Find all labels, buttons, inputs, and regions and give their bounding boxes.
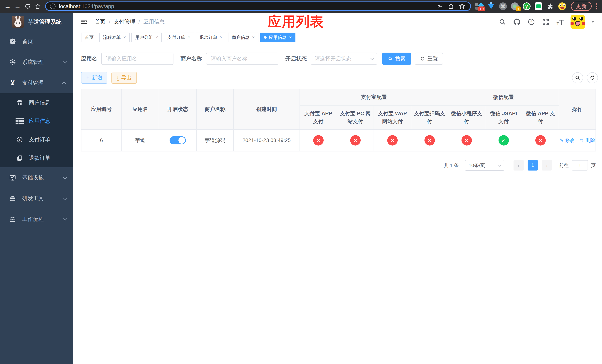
profile-emoji-icon[interactable]	[558, 2, 567, 11]
jump-page-input[interactable]	[572, 160, 588, 171]
sidebar-item-refund-orders[interactable]: 退款订单	[0, 149, 73, 167]
reload-icon	[24, 3, 31, 10]
page-annotation: 应用列表	[268, 13, 324, 31]
fullscreen-icon[interactable]	[542, 18, 550, 26]
tag-app-info[interactable]: 应用信息×	[260, 32, 295, 42]
extension-gem-icon[interactable]	[487, 2, 495, 11]
sidebar-item-home[interactable]: 首页	[0, 31, 73, 52]
site-info-icon[interactable]: i	[50, 3, 55, 9]
status-alipay-wap: ×	[387, 135, 398, 146]
sidebar-item-label: 应用信息	[29, 117, 50, 125]
toggle-search-button[interactable]	[572, 72, 583, 83]
plus-icon: +	[86, 75, 90, 81]
download-icon: ↓	[117, 75, 119, 81]
add-button[interactable]: + 新增	[81, 72, 107, 84]
sidebar-item-label: 研发工具	[22, 195, 44, 202]
col-alipay-qr: 支付宝扫码支付	[411, 105, 448, 129]
password-key-icon[interactable]	[436, 2, 444, 10]
close-icon[interactable]: ×	[123, 35, 126, 40]
share-icon[interactable]	[447, 2, 455, 10]
browser-forward-button[interactable]: →	[13, 1, 22, 11]
svg-text:?: ?	[530, 20, 532, 24]
extension-command-icon[interactable]: ⌘	[499, 2, 507, 11]
address-bar[interactable]: i localhost:1024/pay/app	[45, 1, 471, 11]
help-icon[interactable]: ?	[527, 18, 535, 26]
col-app-id: 应用编号	[81, 89, 122, 129]
col-alipay-pc: 支付宝 PC 网站支付	[337, 105, 374, 129]
prev-page-button[interactable]: ‹	[514, 160, 524, 171]
delete-link[interactable]: 删除	[580, 137, 595, 144]
briefcase-icon	[8, 216, 17, 223]
close-icon[interactable]: ×	[188, 35, 190, 40]
extensions-puzzle-icon[interactable]	[546, 2, 555, 11]
sidebar-item-pay-orders[interactable]: ¥ 支付订单	[0, 130, 73, 149]
chevron-up-icon	[62, 81, 66, 85]
next-page-button[interactable]: ›	[542, 160, 552, 171]
bookmark-star-icon[interactable]	[458, 2, 466, 10]
github-icon[interactable]	[513, 18, 521, 26]
tag-pay-orders[interactable]: 支付订单×	[164, 32, 194, 42]
browser-update-button[interactable]: 更新	[571, 2, 592, 11]
status-select[interactable]: 请选择开启状态	[311, 53, 377, 65]
sidebar-item-infrastructure[interactable]: 基础设施	[0, 167, 73, 188]
home-icon	[34, 3, 41, 10]
sidebar-collapse-button[interactable]	[81, 18, 88, 25]
page-size-select[interactable]: 10条/页	[465, 160, 504, 171]
sidebar-item-system[interactable]: 系统管理	[0, 52, 73, 73]
edit-link[interactable]: ✎修改	[559, 137, 575, 144]
sidebar-item-label: 商户信息	[29, 99, 50, 106]
refresh-icon	[590, 75, 595, 81]
app-name-input[interactable]	[101, 53, 173, 65]
sidebar-logo[interactable]: 芋道管理系统	[0, 13, 73, 31]
hamburger-icon	[81, 18, 88, 25]
tag-process-form[interactable]: 流程表单×	[99, 32, 129, 42]
tag-user-group[interactable]: 用户分组×	[131, 32, 162, 42]
extension-chat-icon[interactable]	[534, 2, 543, 11]
sidebar-item-merchant-info[interactable]: 商户信息	[0, 93, 73, 112]
merchant-name-input[interactable]	[206, 53, 278, 65]
browser-reload-button[interactable]	[22, 1, 32, 11]
breadcrumb: 首页 / 支付管理 / 应用信息	[95, 18, 165, 26]
close-icon[interactable]: ×	[289, 35, 292, 40]
breadcrumb-payment[interactable]: 支付管理	[114, 18, 135, 26]
sidebar-item-payment[interactable]: ¥ 支付管理	[0, 73, 73, 93]
tags-view: 首页 流程表单× 用户分组× 支付订单× 退款订单× 商户信息× 应用信息×	[73, 31, 602, 44]
refresh-table-button[interactable]	[587, 72, 598, 83]
extension-layers-icon[interactable]: 10	[475, 2, 484, 11]
reset-button[interactable]: 重置	[415, 53, 443, 65]
gear-icon	[8, 58, 17, 66]
table-tools	[572, 72, 598, 83]
sidebar-item-app-info[interactable]: 应用信息	[0, 112, 73, 130]
export-button[interactable]: ↓ 导出	[111, 72, 137, 84]
close-icon[interactable]: ×	[155, 35, 158, 40]
browser-home-button[interactable]	[32, 1, 43, 11]
tag-home[interactable]: 首页	[81, 32, 97, 42]
status-wx-mini: ×	[462, 135, 472, 146]
extension-y-icon[interactable]: y	[522, 2, 531, 11]
table-row: 6 芋道 芋道源码 2021-10-23 08:49:25 × × × × × …	[81, 129, 596, 151]
avatar-dropdown-caret[interactable]	[591, 21, 595, 23]
table-toolbar: + 新增 ↓ 导出	[81, 72, 602, 84]
browser-back-button[interactable]: ←	[3, 1, 13, 11]
enabled-switch[interactable]	[170, 136, 186, 144]
extension-status-icon[interactable]: 1	[511, 2, 519, 11]
search-button[interactable]: 搜索	[382, 53, 411, 65]
col-actions: 操作	[559, 89, 596, 129]
col-wx-app: 微信 APP 支付	[522, 105, 559, 129]
sidebar-item-dev-tools[interactable]: 研发工具	[0, 188, 73, 209]
font-size-icon[interactable]: TT	[556, 18, 564, 26]
cell-app-id: 6	[81, 129, 122, 151]
close-icon[interactable]: ×	[220, 35, 223, 40]
current-page-button[interactable]: 1	[527, 160, 538, 171]
jump-suffix: 页	[591, 162, 596, 169]
tag-merchant-info[interactable]: 商户信息×	[228, 32, 258, 42]
header-search-icon[interactable]	[498, 18, 506, 26]
user-avatar[interactable]	[570, 15, 585, 29]
sidebar-item-workflow[interactable]: 工作流程	[0, 209, 73, 230]
close-icon[interactable]: ×	[252, 35, 255, 40]
tag-refund-orders[interactable]: 退款订单×	[196, 32, 226, 42]
breadcrumb-home[interactable]: 首页	[95, 18, 106, 26]
browser-menu-icon[interactable]	[595, 2, 599, 11]
dashboard-icon	[8, 38, 17, 45]
logo-rabbit-avatar	[12, 16, 24, 28]
